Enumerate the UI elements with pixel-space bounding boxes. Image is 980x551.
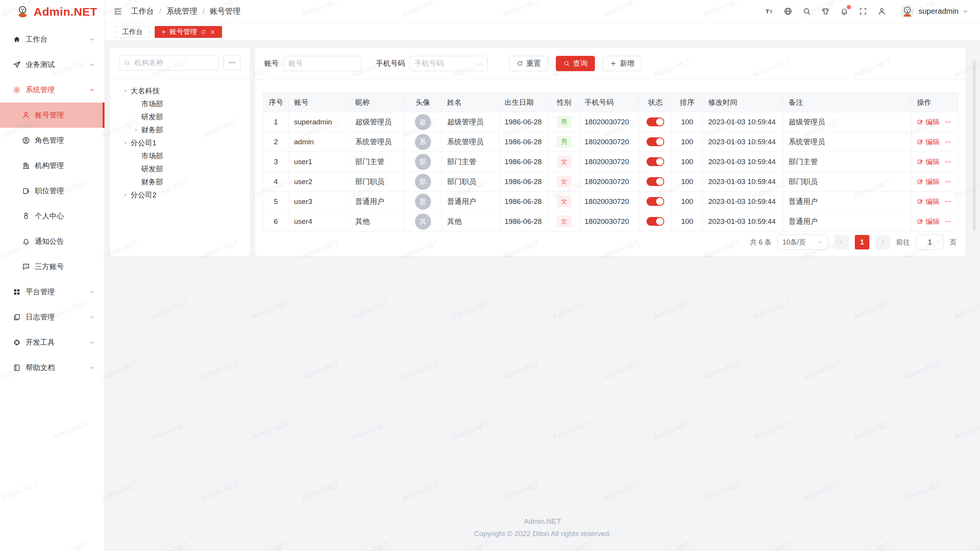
next-page-button[interactable]	[875, 235, 890, 249]
sidebar-item-account-manage[interactable]: 账号管理	[0, 103, 105, 128]
tree-node[interactable]: 研发部	[119, 111, 241, 124]
sidebar-item-workbench[interactable]: 工作台	[0, 27, 105, 52]
status-toggle[interactable]	[647, 217, 664, 226]
reset-button[interactable]: 重置	[509, 56, 548, 71]
status-toggle[interactable]	[647, 197, 664, 206]
more-actions-button[interactable]	[945, 119, 952, 126]
sidebar-item-help-docs[interactable]: 帮助文档	[0, 355, 105, 380]
cell-phone: 18020030720	[579, 172, 639, 192]
column-header: 姓名	[442, 93, 499, 112]
cell-phone: 18020030720	[579, 192, 639, 212]
breadcrumb-item[interactable]: 工作台	[131, 6, 154, 16]
caret-down-icon[interactable]	[122, 88, 131, 95]
org-search-input[interactable]	[134, 59, 214, 67]
status-toggle[interactable]	[647, 137, 664, 146]
cell-avatar: 部	[404, 152, 442, 172]
chip-icon	[13, 338, 22, 347]
tree-node[interactable]: 大名科技	[119, 85, 241, 98]
sidebar-item-business-test[interactable]: 业务测试	[0, 52, 105, 77]
scrollbar-thumb[interactable]	[973, 60, 976, 231]
more-actions-button[interactable]	[945, 139, 952, 145]
phone-filter-input[interactable]	[415, 59, 483, 68]
close-tab-icon[interactable]	[210, 29, 216, 35]
gender-badge: 男	[557, 136, 571, 148]
more-actions-button[interactable]	[945, 218, 952, 225]
edit-button[interactable]: 编辑	[917, 217, 939, 226]
cell-index: 2	[263, 132, 289, 152]
user-avatar[interactable]	[900, 4, 915, 19]
status-toggle[interactable]	[647, 177, 664, 186]
tab-workbench[interactable]: 工作台	[116, 26, 149, 38]
sidebar-item-label: 机构管理	[35, 161, 95, 171]
sidebar-item-log-manage[interactable]: 日志管理	[0, 305, 105, 330]
cell-gender: 女	[549, 192, 579, 212]
refresh-tab-icon[interactable]	[201, 29, 206, 35]
sidebar-item-platform-manage[interactable]: 平台管理	[0, 279, 105, 305]
cell-birth: 1986-06-28	[499, 152, 549, 172]
goto-page-input[interactable]	[916, 235, 944, 250]
search-icon[interactable]	[802, 6, 812, 16]
tree-node[interactable]: 研发部	[119, 163, 241, 176]
sidebar-item-third-account[interactable]: 三方账号	[0, 254, 105, 279]
caret-right-icon[interactable]	[133, 127, 141, 134]
column-header: 昵称	[350, 93, 404, 112]
cell-status	[639, 132, 672, 152]
sidebar-item-role-manage[interactable]: 角色管理	[0, 128, 105, 153]
language-icon[interactable]	[783, 6, 793, 16]
sidebar-item-profile-center[interactable]: 个人中心	[0, 204, 105, 229]
edit-button[interactable]: 编辑	[917, 157, 939, 166]
more-actions-button[interactable]	[945, 178, 952, 185]
tree-more-button[interactable]	[223, 55, 241, 70]
column-header: 排序	[672, 93, 703, 112]
tree-node[interactable]: 分公司1	[119, 137, 241, 150]
cell-account: user4	[289, 212, 350, 231]
font-size-icon[interactable]: TT	[764, 6, 774, 16]
tree-node[interactable]: 财务部	[119, 176, 241, 189]
more-actions-button[interactable]	[945, 158, 952, 165]
cell-name: 其他	[442, 212, 499, 231]
sidebar-item-system-manage[interactable]: 系统管理	[0, 77, 105, 103]
more-actions-button[interactable]	[945, 198, 952, 205]
home-icon	[13, 35, 22, 44]
page-size-select[interactable]: 10条/页	[777, 235, 828, 250]
fullscreen-icon[interactable]	[858, 6, 868, 16]
cell-nickname: 普通用户	[350, 192, 404, 212]
status-toggle[interactable]	[647, 157, 664, 166]
table-row: 6 user4 其他 其 其他 1986-06-28 女 18020030720…	[263, 212, 958, 231]
theme-shirt-icon[interactable]	[820, 6, 831, 16]
user-menu[interactable]: superadmin	[900, 4, 969, 19]
cell-phone: 18020030720	[579, 132, 639, 152]
tabbar: 工作台 账号管理	[105, 23, 980, 41]
cell-avatar: 超	[404, 112, 442, 132]
prev-page-button[interactable]	[834, 235, 849, 249]
edit-button[interactable]: 编辑	[917, 137, 939, 147]
tree-node[interactable]: 分公司2	[119, 189, 241, 202]
app-logo[interactable]: Admin.NET	[0, 0, 105, 24]
notification-bell-icon[interactable]	[839, 6, 849, 16]
sidebar-item-org-manage[interactable]: 机构管理	[0, 153, 105, 178]
profile-icon[interactable]	[877, 6, 887, 16]
caret-down-icon[interactable]	[122, 140, 131, 147]
add-button[interactable]: 新增	[603, 56, 642, 71]
query-button[interactable]: 查询	[556, 56, 595, 71]
org-tree-panel: 大名科技 市场部 研发部 财务部 分公司1 市场部 研发部 财务部 分公司2	[110, 47, 250, 256]
account-filter-input[interactable]	[288, 59, 356, 68]
edit-button[interactable]: 编辑	[917, 197, 939, 206]
caret-right-icon[interactable]	[122, 192, 131, 199]
tab-account-manage[interactable]: 账号管理	[155, 26, 222, 38]
breadcrumb-item[interactable]: 系统管理	[167, 6, 197, 16]
cell-sort: 100	[672, 192, 703, 212]
tree-node[interactable]: 市场部	[119, 98, 241, 111]
sidebar-item-dev-tools[interactable]: 开发工具	[0, 330, 105, 355]
cell-birth: 1986-06-28	[499, 172, 549, 192]
sidebar-item-notice[interactable]: 通知公告	[0, 229, 105, 254]
edit-button[interactable]: 编辑	[917, 117, 939, 127]
status-toggle[interactable]	[647, 117, 664, 126]
edit-button[interactable]: 编辑	[917, 177, 939, 186]
current-page-button[interactable]: 1	[855, 235, 869, 249]
menu-fold-icon[interactable]	[113, 7, 122, 16]
edit-icon	[917, 119, 923, 125]
tree-node[interactable]: 市场部	[119, 150, 241, 163]
tree-node[interactable]: 财务部	[119, 124, 241, 137]
sidebar-item-position-manage[interactable]: 职位管理	[0, 178, 105, 204]
